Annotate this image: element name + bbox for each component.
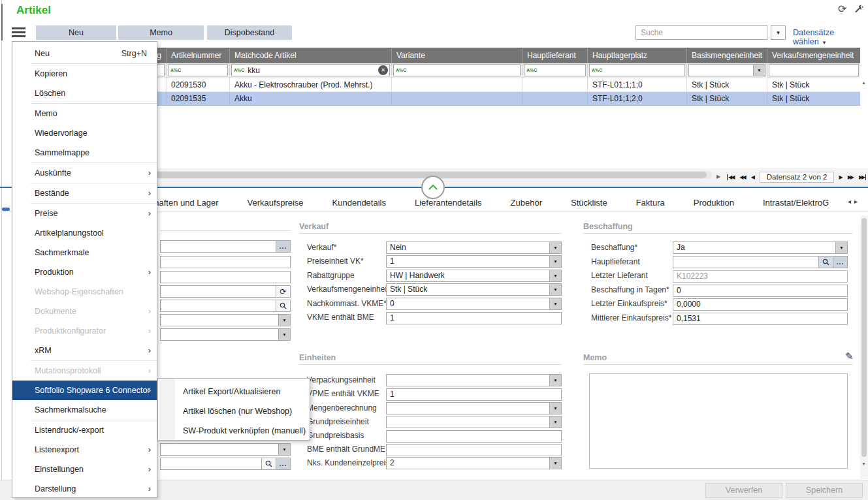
filter-input-hauptlagerplatz[interactable] bbox=[604, 66, 684, 75]
menu-item-sachmerkmalsuche[interactable]: Sachmerkmalsuche bbox=[12, 400, 157, 420]
memo-button[interactable]: Memo bbox=[118, 25, 204, 40]
menu-item-auskuenfte[interactable]: Auskünfte› bbox=[12, 163, 157, 183]
scroll-right-icon[interactable]: ▶ bbox=[716, 174, 720, 180]
menu-item-darstellung[interactable]: Darstellung› bbox=[12, 479, 157, 499]
mittlerer-einkaufspreis-input[interactable] bbox=[673, 313, 848, 325]
menu-item-loeschen[interactable]: Löschen bbox=[12, 84, 157, 103]
tab-lieferantendetails[interactable]: Lieferantendetails bbox=[415, 193, 482, 213]
filter-dropdown-icon[interactable]: ▼ bbox=[753, 65, 765, 76]
v-scrollbar-thumb[interactable] bbox=[861, 218, 867, 457]
neu-button[interactable]: Neu bbox=[36, 25, 116, 40]
table-scroll-up-icon[interactable]: ▲ bbox=[861, 80, 866, 85]
ellipsis-button[interactable]: ... bbox=[276, 458, 291, 470]
col-header-verkaufsmengeneinheit[interactable]: Verkaufsmengeneinheit bbox=[767, 48, 860, 63]
nav-last-record-icon[interactable]: ▶▶ bbox=[859, 174, 866, 180]
preiseinheit-vk-select[interactable]: 1▼ bbox=[386, 255, 562, 268]
tab-kundendetails[interactable]: Kundendetails bbox=[332, 193, 386, 213]
filter-type-icon[interactable]: A%C bbox=[394, 68, 408, 72]
col-header-basismengeneinheit[interactable]: Basismengeneinheit bbox=[687, 48, 767, 63]
verkaufsmengeneinheit-select[interactable]: Stk | Stück▼ bbox=[386, 283, 562, 296]
menu-item-produktion[interactable]: Produktion› bbox=[12, 262, 157, 282]
nav-next-page-icon[interactable]: ▶▶ bbox=[848, 174, 854, 180]
filter-input-artikelnummer[interactable] bbox=[183, 66, 227, 75]
menu-item-memo[interactable]: Memo bbox=[12, 104, 157, 123]
left-field-6-dropdown[interactable]: ▼ bbox=[160, 314, 291, 326]
search-lookup-icon[interactable] bbox=[819, 256, 833, 268]
menu-item-wiedervorlage[interactable]: Wiedervorlage bbox=[12, 123, 157, 143]
filter-input-variante[interactable] bbox=[408, 66, 520, 75]
nav-next-record-icon[interactable]: ▶ bbox=[839, 174, 843, 180]
search-lookup-icon[interactable] bbox=[262, 458, 276, 470]
nav-prev-page-icon[interactable]: ◀◀ bbox=[739, 174, 746, 180]
col-header-artikelnummer[interactable]: Artikelnummer bbox=[167, 48, 230, 63]
bme-enthaelt-grundme-input[interactable] bbox=[386, 444, 562, 456]
left-field-3-input[interactable] bbox=[160, 271, 291, 283]
wrench-icon[interactable] bbox=[854, 5, 864, 17]
menu-item-kopieren[interactable]: Kopieren bbox=[12, 64, 157, 84]
refresh-icon[interactable]: ⟳ bbox=[838, 3, 846, 15]
left-field-8-dropdown[interactable]: ▼ bbox=[160, 443, 291, 456]
hauptlieferant-input[interactable] bbox=[673, 256, 819, 268]
filter-input-verkaufsmengeneinheit[interactable] bbox=[769, 66, 858, 75]
nav-prev-record-icon[interactable]: ◀ bbox=[751, 174, 755, 180]
menu-item-bestaende[interactable]: Bestände› bbox=[12, 183, 157, 203]
col-header-hauptlagerplatz[interactable]: Hauptlagerplatz bbox=[588, 48, 687, 63]
submenu-item-artikel-loeschen-nur-webshop[interactable]: Artikel löschen (nur Webshop) bbox=[158, 401, 310, 421]
menu-item-xrm[interactable]: xRM› bbox=[12, 341, 157, 360]
scroll-down-icon[interactable]: ▼ bbox=[861, 461, 866, 466]
memo-textarea[interactable] bbox=[589, 373, 848, 469]
tab-zubehoer[interactable]: Zubehör bbox=[511, 193, 542, 213]
left-field-5-input[interactable] bbox=[160, 300, 276, 312]
verpackungseinheit-select[interactable]: ▼ bbox=[386, 374, 562, 386]
verwerfen-button[interactable]: Verwerfen bbox=[705, 483, 782, 498]
left-field-4-input[interactable] bbox=[160, 285, 276, 298]
ellipsis-button[interactable]: ... bbox=[276, 240, 291, 253]
left-field-1-input[interactable] bbox=[160, 240, 276, 253]
search-lookup-icon[interactable] bbox=[276, 300, 291, 312]
nks-kundeneinzelpreis-select[interactable]: 2▼ bbox=[386, 457, 562, 469]
tab-intrastat-elektrog[interactable]: Intrastat/ElektroG bbox=[763, 193, 829, 213]
submenu-item-artikel-export-aktualisieren[interactable]: Artikel Export/Aktualisieren bbox=[158, 382, 310, 401]
tab-verkaufspreise[interactable]: Verkaufspreise bbox=[248, 193, 304, 213]
col-header-matchcode[interactable]: Matchcode Artikel bbox=[230, 48, 392, 63]
tab-produktion[interactable]: Produktion bbox=[694, 193, 734, 213]
left-field-9-input[interactable] bbox=[160, 458, 262, 470]
beschaffung-select[interactable]: Ja▼ bbox=[673, 242, 848, 254]
menu-item-neu[interactable]: NeuStrg+N bbox=[12, 44, 157, 63]
hamburger-menu-icon[interactable] bbox=[12, 27, 25, 39]
nav-first-record-icon[interactable]: ◀◀ bbox=[727, 174, 735, 180]
menu-item-einstellungen[interactable]: Einstellungen› bbox=[12, 460, 157, 479]
filter-input-hauptlieferant[interactable] bbox=[539, 66, 585, 75]
nachkommast-vkme-select[interactable]: 0▼ bbox=[386, 298, 562, 310]
search-filter-dropdown[interactable]: ▼ bbox=[771, 25, 786, 40]
dispobestand-button[interactable]: Dispobestand bbox=[207, 25, 292, 40]
filter-input-matchcode[interactable] bbox=[246, 66, 378, 75]
menu-item-sammelmappe[interactable]: Sammelmappe bbox=[12, 143, 157, 163]
tab-scroll-left-icon[interactable]: ◂ bbox=[848, 198, 854, 205]
filter-input-basismengeneinheit[interactable] bbox=[689, 66, 753, 75]
search-input[interactable] bbox=[635, 25, 767, 40]
records-select-button[interactable]: Datensätze wählen▾ bbox=[793, 28, 868, 46]
verkauf-select[interactable]: Nein▼ bbox=[386, 242, 562, 254]
filter-type-icon[interactable]: A%C bbox=[169, 68, 183, 72]
col-header-variante[interactable]: Variante bbox=[392, 48, 522, 63]
edit-memo-pencil-icon[interactable]: ✎ bbox=[845, 351, 854, 362]
refresh-field-icon[interactable]: ⟳ bbox=[276, 285, 291, 298]
filter-type-icon[interactable]: A%C bbox=[590, 68, 604, 72]
submenu-item-sw-produkt-verknuepfen-manuell[interactable]: SW-Produkt verknüpfen (manuell) bbox=[158, 421, 310, 441]
menu-item-artikelplanungstool[interactable]: Artikelplanungstool bbox=[12, 223, 157, 243]
speichern-button[interactable]: Speichern bbox=[786, 483, 863, 498]
ellipsis-button[interactable]: ... bbox=[833, 256, 848, 268]
menu-item-listendruck-export[interactable]: Listendruck/-export bbox=[12, 420, 157, 440]
filter-type-icon[interactable]: A%C bbox=[524, 68, 539, 72]
tab-faktura[interactable]: Faktura bbox=[636, 193, 665, 213]
menu-item-preise[interactable]: Preise› bbox=[12, 204, 157, 223]
clear-filter-icon[interactable]: ✕ bbox=[378, 65, 388, 75]
col-header-hauptlieferant[interactable]: Hauptlieferant bbox=[522, 48, 588, 63]
menu-item-softfolio-shopware-6-connector[interactable]: Softfolio Shopware 6 Connector› bbox=[12, 381, 157, 400]
rabattgruppe-select[interactable]: HW | Handwerk▼ bbox=[386, 270, 562, 282]
letzter-einkaufspreis-input[interactable] bbox=[673, 298, 848, 311]
beschaffung-in-tagen-input[interactable] bbox=[673, 285, 848, 297]
grundpreisbasis-input[interactable] bbox=[386, 430, 562, 443]
grundpreiseinheit-select[interactable]: ▼ bbox=[386, 416, 562, 428]
